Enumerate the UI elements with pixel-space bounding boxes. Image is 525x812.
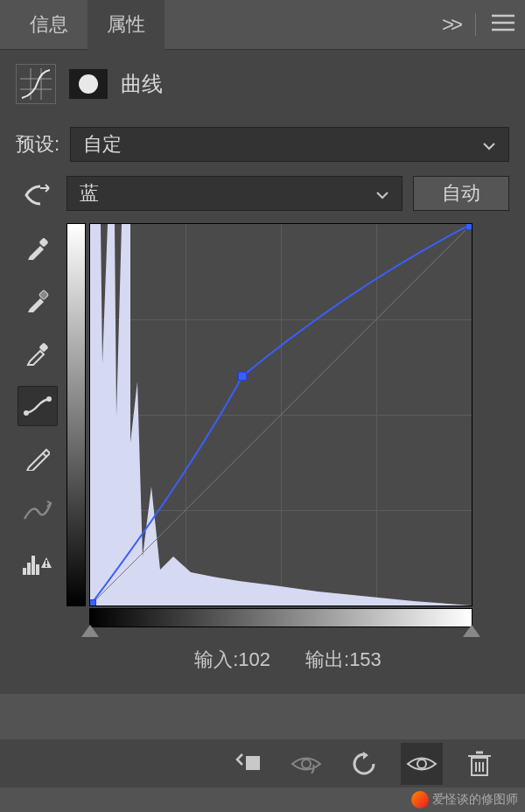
pencil-tool[interactable] (18, 438, 58, 479)
weibo-icon (411, 791, 429, 808)
view-previous-icon[interactable] (285, 743, 327, 785)
clip-to-layer-icon[interactable] (228, 743, 270, 785)
panel-menu-icon[interactable] (492, 14, 514, 35)
svg-point-8 (79, 74, 98, 94)
channel-value: 蓝 (80, 180, 99, 206)
reset-icon[interactable] (343, 743, 385, 785)
preset-dropdown[interactable]: 自定 (70, 127, 509, 162)
curve-point-mid[interactable] (238, 372, 247, 381)
panel-tabs: 信息 属性 >> (0, 0, 525, 49)
output-gradient (66, 223, 86, 606)
curve-graph[interactable] (89, 223, 472, 606)
svg-rect-19 (46, 565, 47, 567)
white-point-slider[interactable] (463, 625, 480, 637)
svg-point-22 (302, 760, 311, 768)
mask-icon[interactable] (68, 64, 108, 104)
tool-column (16, 176, 60, 687)
svg-rect-9 (38, 237, 48, 247)
preset-label: 预设: (16, 131, 60, 158)
adjustment-title: 曲线 (121, 70, 163, 98)
curve-editor (66, 223, 509, 627)
chevron-down-icon (375, 182, 389, 205)
smooth-tool[interactable] (18, 491, 58, 531)
eyedropper-black-tool[interactable] (18, 228, 58, 269)
curve-point-black[interactable] (89, 599, 96, 606)
bottom-bar (0, 738, 525, 788)
clip-warning-tool[interactable] (18, 543, 58, 584)
channel-dropdown[interactable]: 蓝 (66, 176, 402, 211)
panel-body: 曲线 预设: 自定 (0, 49, 525, 694)
watermark: 爱怪谈的修图师 (411, 791, 518, 808)
input-readout: 输入:102 (194, 647, 270, 673)
preset-value: 自定 (83, 131, 122, 158)
chevron-down-icon (482, 133, 496, 156)
svg-rect-21 (246, 756, 260, 770)
tab-properties[interactable]: 属性 (88, 0, 164, 50)
delete-icon[interactable] (458, 743, 500, 785)
svg-rect-10 (38, 290, 48, 299)
svg-rect-15 (27, 563, 31, 575)
svg-rect-14 (23, 568, 26, 575)
eyedropper-white-tool[interactable] (18, 333, 58, 374)
toggle-visibility-icon[interactable] (401, 743, 443, 785)
adjustment-curves-icon[interactable] (16, 64, 56, 104)
black-point-slider[interactable] (81, 625, 99, 637)
targeted-adjustment-tool[interactable] (18, 176, 58, 216)
eyedropper-gray-tool[interactable] (18, 281, 58, 321)
svg-rect-18 (46, 560, 47, 564)
tab-info[interactable]: 信息 (10, 0, 88, 50)
svg-point-13 (46, 396, 52, 402)
auto-button[interactable]: 自动 (413, 176, 509, 211)
svg-rect-17 (36, 564, 39, 575)
svg-point-23 (417, 760, 426, 768)
curve-edit-tool[interactable] (18, 386, 58, 426)
separator (475, 13, 476, 36)
svg-rect-16 (32, 556, 35, 575)
svg-point-12 (24, 410, 29, 416)
output-readout: 输出:153 (305, 647, 382, 673)
curve-path (90, 224, 472, 606)
curve-point-white[interactable] (466, 223, 472, 230)
collapse-icon[interactable]: >> (442, 12, 459, 37)
input-gradient (89, 608, 472, 627)
